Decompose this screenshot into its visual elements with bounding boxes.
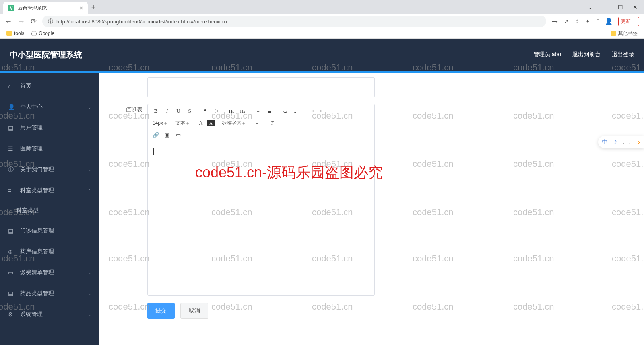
ime-comma[interactable]: ，	[621, 138, 627, 146]
panel-icon[interactable]: ▯	[596, 18, 599, 25]
chevron-down-icon: ⌄	[88, 312, 91, 317]
profile-icon[interactable]: 👤	[605, 18, 613, 25]
password-icon[interactable]: ⊶	[552, 18, 558, 25]
exit-to-front-button[interactable]: 退出到前台	[572, 51, 601, 58]
quote-button[interactable]: ❝	[200, 107, 210, 115]
text-style-select[interactable]: 文本◆	[174, 120, 190, 127]
subscript-button[interactable]: x₂	[280, 107, 289, 115]
maximize-icon[interactable]: ☐	[618, 4, 623, 10]
window-controls: ⌄ — ☐ ✕	[588, 4, 644, 10]
submit-button[interactable]: 提交	[147, 303, 175, 319]
sidebar-item-drug-type[interactable]: ▤药品类型管理⌄	[0, 283, 99, 304]
browser-chrome: V 后台管理系统 × + ⌄ — ☐ ✕ ← → ⟳ ⓘ http://loca…	[0, 0, 644, 39]
sidebar-item-billing[interactable]: ▭缴费清单管理⌄	[0, 262, 99, 283]
align-button[interactable]: ≡	[252, 119, 262, 127]
sidebar-item-system[interactable]: ⚙系统管理⌄	[0, 304, 99, 325]
superscript-button[interactable]: x²	[291, 107, 301, 115]
sidebar-item-personal[interactable]: 👤个人中心⌄	[0, 97, 99, 117]
home-icon: ⌂	[8, 83, 15, 89]
folder-icon	[611, 31, 616, 36]
new-tab-button[interactable]: +	[88, 3, 99, 12]
vue-icon: V	[8, 5, 14, 11]
user-label[interactable]: 管理员 abo	[533, 51, 561, 58]
rich-text-editor: B I U S ❝ ⟨⟩ H₁ H₂ ≡ ≣ x₂	[147, 104, 375, 296]
url-input[interactable]: ⓘ http://localhost:8080/springbootil5n0/…	[42, 16, 546, 27]
cancel-button[interactable]: 取消	[180, 303, 208, 319]
field-label-schedule: 值班表	[115, 104, 147, 296]
close-icon[interactable]: ×	[80, 5, 83, 11]
sidebar-item-users[interactable]: ▤用户管理⌄	[0, 117, 99, 138]
strike-button[interactable]: S	[185, 107, 194, 115]
text-cursor	[153, 148, 154, 155]
h1-button[interactable]: H₁	[227, 107, 236, 115]
chevron-up-icon: ⌃	[88, 189, 91, 193]
chevron-down-icon[interactable]: ⌄	[588, 4, 593, 10]
tab-title: 后台管理系统	[18, 5, 80, 12]
gear-icon: ⚙	[8, 311, 15, 318]
ordered-list-button[interactable]: ≡	[253, 107, 263, 115]
arrow-right-icon[interactable]: ›	[638, 139, 640, 145]
link-button[interactable]: 🔗	[151, 131, 161, 140]
sidebar-sub-dept-type[interactable]: 科室类型	[0, 201, 99, 220]
back-button[interactable]: ←	[5, 17, 12, 26]
chevron-down-icon: ⌄	[88, 229, 91, 233]
unordered-list-button[interactable]: ≣	[264, 107, 274, 115]
sidebar-item-doctors[interactable]: ☰医师管理⌄	[0, 138, 99, 159]
bookmark-tools[interactable]: tools	[6, 31, 24, 36]
video-button[interactable]: ▭	[173, 131, 183, 140]
users-icon: ▤	[8, 125, 15, 131]
chevron-down-icon: ⌄	[88, 126, 91, 130]
close-window-icon[interactable]: ✕	[633, 4, 638, 10]
tab-bar: V 后台管理系统 × + ⌄ — ☐ ✕	[0, 0, 644, 14]
url-text: http://localhost:8080/springbootil5n0/ad…	[56, 18, 227, 25]
font-family-select[interactable]: 标准字体◆	[220, 120, 246, 127]
clear-format-button[interactable]: T	[267, 119, 277, 127]
code-button[interactable]: ⟨⟩	[211, 107, 221, 115]
ime-lang[interactable]: 中	[602, 138, 608, 146]
doctor-icon: ☰	[8, 146, 15, 152]
font-color-button[interactable]: A	[196, 119, 206, 127]
bill-icon: ▭	[8, 269, 15, 276]
editor-content[interactable]	[148, 142, 374, 295]
share-icon[interactable]: ↗	[564, 18, 569, 25]
globe-icon	[31, 31, 37, 36]
browser-tab[interactable]: V 后台管理系统 ×	[3, 2, 88, 14]
sidebar-item-outpatient[interactable]: ▤门诊信息管理⌄	[0, 220, 99, 241]
reload-button[interactable]: ⟳	[31, 17, 37, 26]
chevron-down-icon: ⌄	[88, 105, 91, 109]
logout-button[interactable]: 退出登录	[612, 51, 634, 58]
font-size-select[interactable]: 14px◆	[151, 120, 168, 126]
ime-period[interactable]: 。	[628, 138, 634, 146]
chevron-down-icon: ⌄	[88, 250, 91, 254]
extension-icon[interactable]: ✦	[585, 18, 590, 25]
star-icon[interactable]: ☆	[574, 18, 580, 25]
previous-field-box[interactable]	[147, 77, 375, 97]
sidebar-item-dept-type[interactable]: ≡科室类型管理⌃	[0, 180, 99, 201]
forward-button[interactable]: →	[18, 17, 25, 26]
bold-button[interactable]: B	[151, 107, 161, 115]
minimize-icon[interactable]: —	[603, 4, 608, 10]
list-icon: ≡	[8, 187, 15, 194]
app-title: 中小型医院管理系统	[10, 49, 82, 60]
sidebar-item-home[interactable]: ⌂首页	[0, 76, 99, 97]
sidebar: ⌂首页 👤个人中心⌄ ▤用户管理⌄ ☰医师管理⌄ ⓘ关于我们管理⌄ ≡科室类型管…	[0, 73, 99, 345]
bookmarks-bar: tools Google 其他书签	[0, 28, 644, 39]
sidebar-item-pharmacy[interactable]: ⊕药库信息管理⌄	[0, 241, 99, 262]
underline-button[interactable]: U	[173, 107, 183, 115]
italic-button[interactable]: I	[162, 107, 172, 115]
outdent-button[interactable]: ⇤	[318, 107, 327, 115]
moon-icon[interactable]: ☽	[612, 139, 617, 145]
drug-icon: ▤	[8, 290, 15, 297]
bookmark-google[interactable]: Google	[31, 31, 54, 36]
bg-color-button[interactable]: A	[207, 120, 215, 126]
sidebar-item-about[interactable]: ⓘ关于我们管理⌄	[0, 159, 99, 180]
update-button[interactable]: 更新⋮	[618, 17, 639, 26]
image-button[interactable]: ▣	[162, 131, 172, 140]
h2-button[interactable]: H₂	[238, 107, 248, 115]
clipboard-icon: ▤	[8, 228, 15, 234]
indent-button[interactable]: ⇥	[306, 107, 316, 115]
ime-widget[interactable]: 中 ☽ ， 。 ›	[598, 136, 644, 148]
bookmark-other[interactable]: 其他书签	[611, 30, 638, 37]
info-icon: ⓘ	[8, 166, 15, 173]
chevron-down-icon: ⌄	[88, 147, 91, 151]
